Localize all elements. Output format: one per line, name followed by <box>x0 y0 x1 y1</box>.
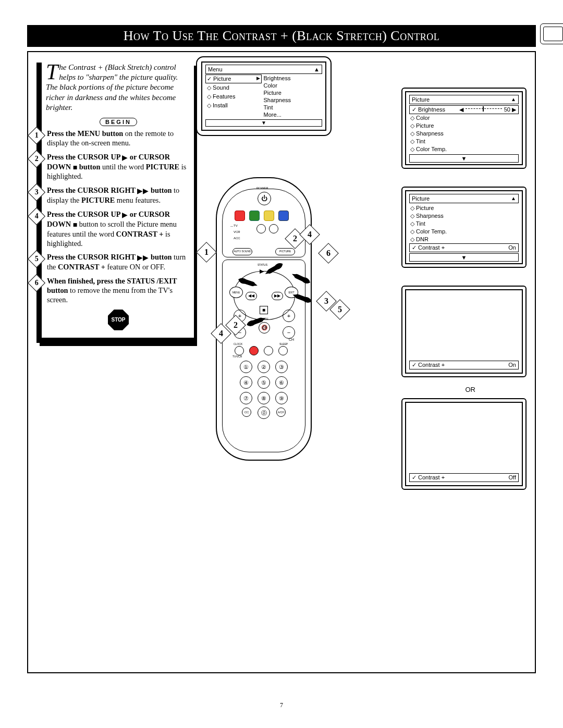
ch-down-button[interactable]: − <box>283 326 295 339</box>
intro-paragraph: The Contrast + (Black Stretch) control h… <box>46 63 191 113</box>
begin-badge: BEGIN <box>100 118 137 126</box>
stop-icon: ■ <box>73 163 78 172</box>
tv-label: TV <box>234 224 238 227</box>
rewind-button[interactable]: ◀◀ <box>246 292 257 300</box>
fwd-icon: ▶▶ <box>137 187 149 196</box>
page-title: How To Use The Contrast + (Black Stretch… <box>124 28 439 43</box>
power-label: POWER <box>256 187 268 190</box>
clock-label: CLOCK <box>234 343 242 346</box>
tvvcr-label: TV/VCR <box>232 355 242 358</box>
down-arrow-icon: ▼ <box>461 254 467 261</box>
acc-label: ACC <box>234 237 240 240</box>
mini1-brightness: Brightness <box>418 106 445 113</box>
power-button[interactable]: ⏻ <box>258 192 271 205</box>
keypad-7[interactable]: ⑦ <box>240 392 252 404</box>
mini3-label: Contrast + <box>418 362 445 368</box>
ch-label: CH <box>289 338 294 341</box>
mini4-value: Off <box>509 474 516 481</box>
tv-icon <box>540 23 563 44</box>
step-number-2: 2 <box>28 150 45 168</box>
step-number-4: 4 <box>28 207 45 225</box>
keypad-8[interactable]: ⑧ <box>258 392 270 404</box>
menu-button[interactable]: MENU <box>229 287 243 298</box>
osd-sub-more: More... <box>263 111 322 118</box>
step-number-1: 1 <box>28 127 45 144</box>
blue-button[interactable] <box>278 211 289 221</box>
yellow-button[interactable] <box>264 211 274 221</box>
picture-button[interactable]: PICTURE <box>275 248 295 255</box>
osd-menu-header: Menu <box>208 66 223 72</box>
page-frame: The Contrast + (Black Stretch) control h… <box>27 51 536 673</box>
pause-button[interactable] <box>264 346 273 355</box>
mini1-value: 50 <box>504 106 510 113</box>
osd-sub-sharpness: Sharpness <box>263 96 322 104</box>
keypad-6[interactable]: ⑥ <box>275 376 288 389</box>
step-number-3: 3 <box>28 183 45 201</box>
clock-button[interactable] <box>235 346 244 355</box>
osd-item-features: Features <box>205 92 262 101</box>
keypad-4[interactable]: ④ <box>240 376 252 389</box>
fwd-icon: ▶▶ <box>137 253 149 263</box>
green-button[interactable] <box>249 211 260 221</box>
osd-sub-picture: Picture <box>263 89 322 96</box>
step-2: 2 Press the CURSOR UP ▶ or CURSOR DOWN ■… <box>46 153 191 182</box>
mini-screen-1: Picture▲ ✓ Brightness◀50 ▶ Color Picture… <box>401 88 527 169</box>
mini-screen-4: ✓ Contrast +Off <box>401 398 527 490</box>
keypad-0[interactable]: ⓪ <box>258 406 270 419</box>
osd-sub-brightness: Brightness <box>263 75 322 82</box>
step-5: 5 Press the CURSOR RIGHT ▶▶ button turn … <box>46 253 191 272</box>
down-arrow-icon: ▼ <box>461 155 467 162</box>
red-button[interactable] <box>235 211 245 221</box>
mini-screen-3: ✓ Contrast +On <box>401 286 527 377</box>
mini2-contrast: Contrast + <box>418 244 445 251</box>
mini4-label: Contrast + <box>418 474 445 480</box>
up-arrow-icon: ▲ <box>511 195 516 202</box>
mini2-value: On <box>508 244 516 251</box>
page-title-bar: How To Use The Contrast + (Black Stretch… <box>27 25 536 47</box>
callout-6: 6 <box>318 243 339 264</box>
step-number-5: 5 <box>28 250 45 268</box>
callout-1: 1 <box>196 242 217 263</box>
up-arrow-icon: ▲ <box>314 66 320 72</box>
keypad-1[interactable]: ① <box>240 361 252 373</box>
eject2-button[interactable] <box>269 224 278 233</box>
rec-button[interactable] <box>249 346 259 355</box>
autosound-button[interactable]: AUTO SOUND <box>232 248 252 255</box>
keypad-9[interactable]: ⑨ <box>275 392 288 404</box>
tv-osd-frame: Menu▲ Picture Sound Features Install Bri… <box>196 56 332 136</box>
up-arrow-icon: ▲ <box>511 96 516 103</box>
osd-item-install: Install <box>205 101 262 110</box>
step-6: 6 When finished, press the STATUS /EXIT … <box>46 277 191 305</box>
osd-item-sound: Sound <box>205 83 262 92</box>
mini3-value: On <box>508 362 516 368</box>
step-4: 4 Press the CURSOR UP ▶ or CURSOR DOWN ■… <box>46 210 191 248</box>
osd-sub-color: Color <box>263 82 322 89</box>
mini2-header: Picture <box>412 195 430 202</box>
osd-sub-tint: Tint <box>263 104 322 111</box>
step-1: 1 Press the MENU button on the remote to… <box>46 129 191 148</box>
vcr-label: VCR <box>234 230 240 233</box>
step-3: 3 Press the CURSOR RIGHT ▶▶ button to di… <box>46 186 191 205</box>
or-label: OR <box>466 386 476 393</box>
stop-icon: ■ <box>73 220 78 230</box>
step-number-6: 6 <box>28 274 45 292</box>
eject-button[interactable] <box>256 224 266 233</box>
down-arrow-icon: ▼ <box>205 119 322 127</box>
mini-screen-2: Picture▲ Picture Sharpness Tint Color Te… <box>401 187 527 268</box>
play-icon: ▶ <box>122 211 128 220</box>
osd-item-picture: Picture <box>205 75 262 83</box>
keypad-3[interactable]: ③ <box>275 361 288 373</box>
fastfwd-button[interactable]: ▶▶ <box>272 292 283 300</box>
ach-button[interactable]: A/CH <box>276 408 286 417</box>
play-icon: ▶ <box>122 153 128 163</box>
stop-badge: STOP <box>108 310 129 330</box>
keypad-5[interactable]: ⑤ <box>258 376 270 389</box>
sleep-label: SLEEP <box>279 343 288 346</box>
cc-button[interactable]: CC <box>242 408 251 417</box>
sleep-button[interactable] <box>278 346 288 355</box>
slider-icon <box>466 108 502 112</box>
mini1-header: Picture <box>412 96 430 103</box>
ch-up-button[interactable]: + <box>283 310 295 322</box>
keypad-2[interactable]: ② <box>258 361 270 373</box>
